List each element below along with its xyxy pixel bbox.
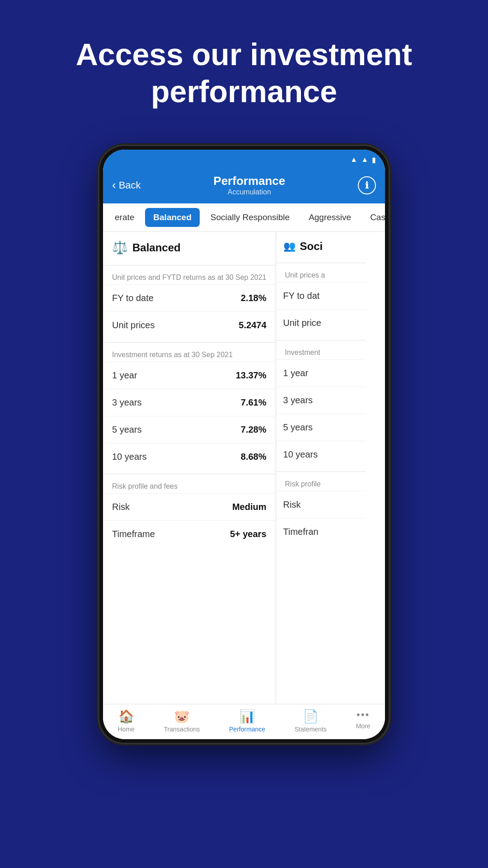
social-risk-row: Risk bbox=[276, 491, 366, 518]
social-unit-label: Unit price bbox=[283, 318, 321, 328]
social-fy-date-label: FY to dat bbox=[283, 291, 320, 301]
tab-balanced[interactable]: Balanced bbox=[145, 208, 199, 227]
social-returns-label: Investment bbox=[276, 344, 366, 359]
nav-transactions[interactable]: 🐷 Transactions bbox=[164, 709, 200, 733]
social-icon: 👥 bbox=[283, 241, 296, 252]
unit-prices-row: Unit prices 5.2474 bbox=[103, 311, 276, 339]
phone-screen: ▲ ▲ ▮ ‹ Back Performance Accumulation ℹ … bbox=[103, 150, 385, 739]
social-title: Soci bbox=[300, 240, 323, 253]
social-divider2 bbox=[276, 340, 366, 340]
tab-socially[interactable]: Socially Responsible bbox=[202, 208, 298, 227]
performance-label: Performance bbox=[229, 726, 265, 733]
back-label: Back bbox=[119, 179, 141, 191]
info-button[interactable]: ℹ bbox=[358, 176, 376, 194]
back-chevron-icon: ‹ bbox=[112, 178, 116, 192]
3year-row: 3 years 7.61% bbox=[103, 389, 276, 416]
social-risk-section-label: Risk profile bbox=[276, 476, 366, 491]
header-center: Performance Accumulation bbox=[213, 174, 285, 196]
10year-row: 10 years 8.68% bbox=[103, 443, 276, 470]
social-10year-label: 10 years bbox=[283, 449, 318, 460]
nav-statements[interactable]: 📄 Statements bbox=[295, 709, 327, 733]
3year-label: 3 years bbox=[112, 397, 142, 408]
social-fy-label: Unit prices a bbox=[276, 267, 366, 282]
social-unit-row: Unit price bbox=[276, 309, 366, 336]
tab-aggressive[interactable]: Aggressive bbox=[300, 208, 359, 227]
tab-moderate[interactable]: erate bbox=[107, 208, 142, 227]
social-1year: 1 year bbox=[276, 359, 366, 387]
social-column-header: 👥 Soci bbox=[276, 232, 366, 259]
tab-cash[interactable]: Cash bbox=[362, 208, 385, 227]
hero-title: Access our investment performance bbox=[0, 0, 488, 137]
social-divider1 bbox=[276, 263, 366, 263]
fy-section-label: Unit prices and FYTD returns as at 30 Se… bbox=[103, 269, 276, 284]
balanced-icon: ⚖️ bbox=[112, 240, 128, 255]
timeframe-label: Timeframe bbox=[112, 529, 155, 539]
10year-value: 8.68% bbox=[241, 452, 267, 462]
5year-value: 7.28% bbox=[241, 425, 267, 435]
page-subtitle: Accumulation bbox=[213, 188, 285, 196]
balanced-column-header: ⚖️ Balanced bbox=[103, 232, 276, 261]
balanced-column: ⚖️ Balanced Unit prices and FYTD returns… bbox=[103, 232, 276, 704]
nav-performance[interactable]: 📊 Performance bbox=[229, 709, 265, 733]
phone-wrapper: ▲ ▲ ▮ ‹ Back Performance Accumulation ℹ … bbox=[0, 137, 488, 868]
timeframe-row: Timeframe 5+ years bbox=[103, 520, 276, 547]
status-bar: ▲ ▲ ▮ bbox=[103, 150, 385, 170]
nav-more[interactable]: ••• More bbox=[356, 709, 371, 733]
returns-section-label: Investment returns as at 30 Sep 2021 bbox=[103, 346, 276, 362]
nav-home[interactable]: 🏠 Home bbox=[117, 709, 134, 733]
3year-value: 7.61% bbox=[241, 397, 267, 408]
statements-icon: 📄 bbox=[303, 709, 319, 724]
more-icon: ••• bbox=[357, 709, 370, 721]
wifi-icon: ▲ bbox=[350, 156, 357, 164]
fy-to-date-row: FY to date 2.18% bbox=[103, 284, 276, 311]
social-timeframe-label: Timefran bbox=[283, 527, 319, 537]
social-3year-label: 3 years bbox=[283, 395, 313, 406]
social-1year-label: 1 year bbox=[283, 368, 309, 378]
page-title: Performance bbox=[213, 174, 285, 188]
social-fy-row: FY to dat bbox=[276, 282, 366, 309]
signal-icon: ▲ bbox=[361, 156, 368, 164]
social-5year: 5 years bbox=[276, 414, 366, 441]
unit-prices-value: 5.2474 bbox=[239, 320, 266, 330]
1year-value: 13.37% bbox=[236, 370, 267, 381]
content-area: ⚖️ Balanced Unit prices and FYTD returns… bbox=[103, 232, 385, 704]
10year-label: 10 years bbox=[112, 452, 147, 462]
balanced-title: Balanced bbox=[132, 241, 181, 254]
risk-value: Medium bbox=[232, 502, 267, 512]
unit-prices-label: Unit prices bbox=[112, 320, 155, 330]
divider3 bbox=[103, 474, 276, 474]
risk-label: Risk bbox=[112, 502, 130, 512]
divider2 bbox=[103, 342, 276, 343]
social-column: 👥 Soci Unit prices a FY to dat Unit pric… bbox=[276, 232, 366, 704]
phone-frame: ▲ ▲ ▮ ‹ Back Performance Accumulation ℹ … bbox=[99, 146, 389, 743]
social-divider3 bbox=[276, 472, 366, 472]
timeframe-value: 5+ years bbox=[230, 529, 267, 539]
bottom-nav: 🏠 Home 🐷 Transactions 📊 Performance 📄 St… bbox=[103, 704, 385, 739]
more-label: More bbox=[356, 722, 371, 730]
social-timeframe-row: Timefran bbox=[276, 518, 366, 545]
tabs-container: erate Balanced Socially Responsible Aggr… bbox=[103, 203, 385, 232]
social-5year-label: 5 years bbox=[283, 422, 313, 433]
risk-row: Risk Medium bbox=[103, 493, 276, 520]
risk-section-label: Risk profile and fees bbox=[103, 478, 276, 493]
fy-to-date-label: FY to date bbox=[112, 293, 154, 303]
social-risk-label: Risk bbox=[283, 500, 301, 510]
transactions-icon: 🐷 bbox=[174, 709, 190, 724]
5year-label: 5 years bbox=[112, 425, 142, 435]
social-10year: 10 years bbox=[276, 441, 366, 468]
social-3year: 3 years bbox=[276, 387, 366, 414]
app-header: ‹ Back Performance Accumulation ℹ bbox=[103, 170, 385, 203]
fy-to-date-value: 2.18% bbox=[241, 293, 267, 303]
performance-icon: 📊 bbox=[239, 709, 255, 724]
back-button[interactable]: ‹ Back bbox=[112, 178, 141, 192]
1year-label: 1 year bbox=[112, 370, 137, 381]
divider1 bbox=[103, 265, 276, 265]
home-label: Home bbox=[117, 726, 134, 733]
1year-row: 1 year 13.37% bbox=[103, 362, 276, 389]
5year-row: 5 years 7.28% bbox=[103, 416, 276, 443]
statements-label: Statements bbox=[295, 726, 327, 733]
transactions-label: Transactions bbox=[164, 726, 200, 733]
battery-icon: ▮ bbox=[372, 156, 376, 164]
home-icon: 🏠 bbox=[118, 709, 134, 724]
